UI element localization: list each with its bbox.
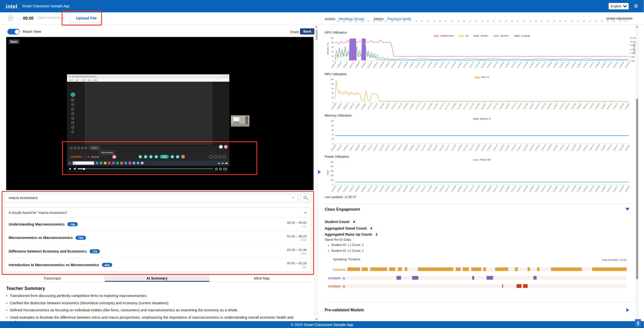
scroll-down-icon[interactable]	[315, 319, 318, 320]
desktop-mode-button[interactable]	[160, 155, 169, 159]
chevron-down-icon[interactable]	[304, 210, 307, 213]
end-session-button[interactable]	[181, 155, 185, 159]
minimize-icon[interactable]: ─	[220, 74, 222, 78]
settings-gear-icon[interactable]	[219, 168, 221, 170]
scrollbar-thumb[interactable]	[636, 99, 638, 279]
zoom-out-icon[interactable]	[81, 147, 83, 149]
search-input[interactable]	[4, 194, 298, 203]
whiteboard-tool-icon[interactable]	[71, 108, 74, 111]
whiteboard-tool-icon[interactable]	[71, 113, 74, 115]
scroll-up-icon[interactable]	[315, 26, 318, 28]
whiteboard-tool-icon[interactable]	[71, 126, 74, 129]
captions-icon[interactable]	[215, 168, 217, 170]
taskbar-app-icon[interactable]	[120, 162, 123, 164]
search-result-row[interactable]: Introduction to Macroeconomics vs Microe…	[5, 258, 311, 272]
search-result-row[interactable]: Microeconomics vs Macroeconomics72%02:44…	[5, 231, 311, 245]
volume-icon[interactable]	[73, 168, 75, 170]
maximize-icon[interactable]: □	[224, 74, 225, 78]
search-button[interactable]	[300, 194, 311, 203]
room-video-player[interactable]: Back ─ □ ×	[6, 37, 314, 190]
gear-icon[interactable]: ⚙	[634, 4, 638, 9]
taskbar-search-box[interactable]	[73, 161, 94, 165]
bullet-text: Transitioned from discussing perfectly c…	[10, 294, 147, 298]
whiteboard-tool-icon[interactable]	[71, 131, 74, 133]
room-view-toggle[interactable]	[7, 29, 20, 35]
summary-bullet: •Defined microeconomics as focusing on i…	[6, 308, 311, 313]
taskbar-app-icon[interactable]	[96, 162, 98, 164]
tab-transcripts[interactable]: Transcripts	[0, 275, 105, 282]
option-icon-3[interactable]	[218, 155, 221, 158]
left-panel-scrollbar[interactable]	[314, 25, 318, 322]
whiteboard-tool-icon[interactable]	[71, 117, 74, 120]
clear-search-icon[interactable]: ×	[292, 195, 294, 200]
y-tick-label: 80	[324, 41, 334, 43]
taskbar-icons	[96, 162, 143, 164]
clean-button[interactable]: Clean	[89, 146, 100, 150]
search-result-row[interactable]: Difference between Economy and Economics…	[5, 245, 311, 258]
scroll-jump-buttons[interactable]	[635, 319, 641, 327]
taskbar-app-icon[interactable]	[104, 162, 107, 164]
option-icon-4[interactable]	[223, 155, 226, 158]
stop-recording-button[interactable]	[112, 155, 116, 159]
redo-icon[interactable]	[74, 147, 76, 149]
settings-button[interactable]	[176, 155, 179, 159]
seek-bar[interactable]	[78, 168, 213, 169]
option-icon-1[interactable]	[209, 155, 212, 158]
y-tick-label: 0	[324, 101, 334, 103]
option-icon-2[interactable]	[214, 155, 217, 158]
page-close-button[interactable]	[224, 145, 228, 149]
summary-title: Teacher Summary	[6, 286, 45, 291]
undo-icon[interactable]	[70, 147, 72, 149]
taskbar-app-icon[interactable]	[133, 162, 135, 164]
upload-file-button[interactable]: Upload File	[70, 14, 103, 23]
whiteboard-tool-icon[interactable]	[71, 103, 74, 106]
taskbar-app-icon[interactable]	[116, 162, 119, 164]
record-icon[interactable]	[8, 15, 14, 21]
play-icon[interactable]: ▶	[69, 168, 71, 170]
share-button[interactable]	[149, 155, 153, 159]
participants-button[interactable]	[170, 155, 174, 159]
jump-bottom-icon[interactable]	[637, 323, 639, 325]
y2-tick-label: 12 GB	[630, 37, 635, 39]
speaking-segment	[483, 267, 486, 271]
scrollbar-thumb[interactable]	[315, 30, 317, 40]
start-menu-icon[interactable]: ⊞	[69, 161, 71, 164]
mic-button[interactable]	[138, 155, 142, 159]
y-tick-label: 0	[324, 184, 334, 186]
taskbar-app-icon[interactable]	[100, 162, 102, 164]
whiteboard-home-icon[interactable]	[70, 92, 75, 97]
language-select[interactable]: English	[609, 3, 629, 9]
grid-icon[interactable]	[85, 147, 87, 149]
engagement-stat: Aggregated Raise Up Count:2	[325, 232, 378, 236]
whiteboard-tool-icon[interactable]	[71, 122, 74, 124]
jump-top-icon[interactable]	[637, 321, 639, 323]
annotate-button[interactable]	[154, 155, 158, 159]
front-camera-button[interactable]: Front	[289, 29, 301, 35]
start-recording-button[interactable]: Start Recording	[38, 16, 64, 20]
close-icon[interactable]: ×	[226, 74, 228, 78]
taskbar-app-icon[interactable]	[141, 162, 143, 164]
tab-ai-summary[interactable]: AI Summary	[105, 275, 210, 282]
page-add-button[interactable]	[219, 145, 223, 149]
camera-button[interactable]	[144, 155, 147, 159]
whiteboard-tool-icon[interactable]	[71, 99, 74, 101]
results-summary-row[interactable]: 4 results found for "macro economics"	[5, 208, 311, 218]
taskbar-app-icon[interactable]	[108, 162, 111, 164]
y-tick-label: 80	[324, 124, 334, 126]
taskbar-app-icon[interactable]	[128, 162, 131, 164]
fullscreen-icon[interactable]	[223, 168, 227, 170]
expand-section-icon[interactable]	[626, 308, 629, 312]
panel-collapse-handle[interactable]	[318, 170, 321, 174]
scroll-up-icon[interactable]	[636, 26, 638, 28]
search-result-row[interactable]: Understanding Macroeconomics74%08:26 – 0…	[5, 218, 311, 231]
taskbar-app-icon[interactable]	[124, 162, 127, 164]
taskbar-app-icon[interactable]	[137, 162, 139, 164]
y-tick-label: 300	[324, 170, 334, 172]
taskbar-app-icon[interactable]	[112, 162, 115, 164]
zoom-in-icon[interactable]	[78, 147, 80, 149]
system-tray	[218, 162, 228, 164]
tab-mind-map[interactable]: Mind Map	[210, 275, 314, 282]
shared-screen-panel	[85, 82, 212, 145]
collapse-section-icon[interactable]	[625, 208, 629, 211]
back-camera-button[interactable]: Back	[300, 28, 315, 34]
